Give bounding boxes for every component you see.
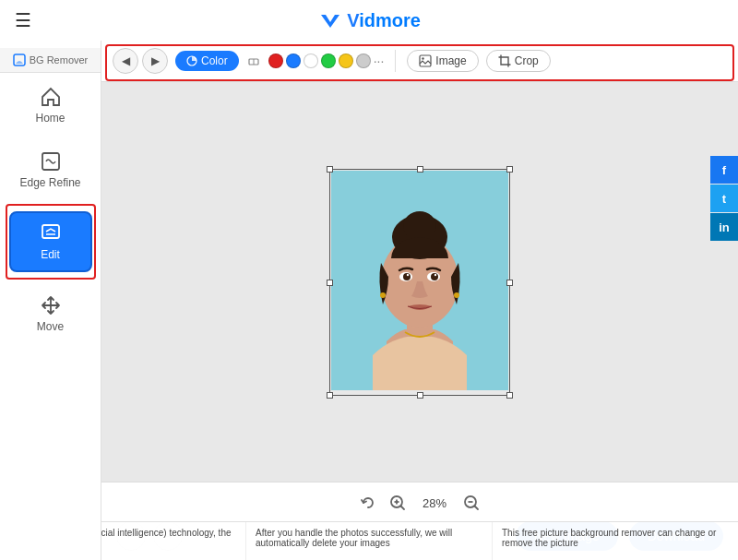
sidebar-item-edge-label: Edge Refine (19, 176, 80, 189)
swatch-more-icon[interactable]: ··· (374, 54, 385, 68)
handle-bot-right[interactable] (506, 392, 513, 399)
move-icon (40, 294, 62, 316)
edge-refine-icon (40, 150, 62, 173)
bottom-text-col-2: After you handle the photos successfully… (246, 522, 493, 560)
svg-point-17 (403, 273, 411, 280)
swatch-yellow[interactable] (339, 54, 353, 68)
handle-bot-left[interactable] (327, 392, 333, 399)
svg-point-22 (454, 292, 459, 298)
person-image (331, 171, 508, 390)
swatch-red[interactable] (268, 54, 283, 68)
sidebar-item-edit[interactable]: Edit (9, 211, 92, 272)
canvas-area: f t in (101, 82, 738, 482)
crop-button[interactable]: Crop (486, 50, 551, 72)
image-button[interactable]: Image (407, 50, 478, 72)
header: ☰ Vidmore (0, 0, 738, 41)
toolbar-back-btn[interactable]: ◀ (113, 48, 138, 74)
bg-remover-icon (13, 54, 26, 66)
bottom-text-col-3: This free picture background remover can… (493, 522, 738, 560)
logo-icon (317, 7, 343, 33)
toolbar-forward-btn[interactable]: ▶ (142, 48, 168, 74)
svg-rect-3 (42, 225, 59, 238)
svg-point-14 (403, 211, 436, 241)
main-area: BG Remover Home Edge Refine (0, 41, 738, 560)
menu-icon[interactable]: ☰ (15, 9, 31, 31)
crop-icon (498, 54, 511, 67)
image-container[interactable] (331, 171, 508, 394)
color-icon (186, 55, 197, 66)
image-button-label: Image (435, 54, 466, 67)
eraser-svg (247, 54, 260, 67)
sidebar-header: BG Remover (0, 48, 101, 73)
color-button[interactable]: Color (175, 51, 239, 71)
sidebar-item-home[interactable]: Home (9, 77, 92, 134)
svg-point-21 (380, 292, 386, 298)
rotate-icon (360, 494, 376, 511)
home-icon (40, 86, 62, 108)
logo: Vidmore (317, 7, 421, 33)
svg-line-29 (475, 506, 479, 510)
twitter-icon: t (722, 192, 726, 206)
bottom-text-area: Equipped with AI (artificial intelligenc… (0, 521, 738, 560)
handle-bot-mid[interactable] (417, 392, 423, 399)
zoom-value: 28% (416, 496, 453, 510)
svg-marker-0 (321, 15, 339, 28)
edit-icon (40, 222, 62, 244)
sidebar-item-edit-label: Edit (41, 248, 60, 261)
sidebar-edit-outline: Edit (6, 204, 96, 280)
linkedin-icon: in (719, 220, 730, 234)
twitter-share-btn[interactable]: t (710, 185, 738, 212)
sidebar-item-move[interactable]: Move (9, 285, 92, 342)
svg-point-18 (431, 273, 438, 280)
rotate-btn[interactable] (357, 492, 379, 514)
toolbar: ◀ ▶ Color (101, 41, 738, 82)
social-bar: f t in (710, 156, 738, 241)
svg-line-26 (401, 506, 405, 510)
zoom-in-icon (389, 494, 406, 511)
swatch-gray[interactable] (356, 54, 371, 68)
color-button-label: Color (201, 54, 228, 67)
swatch-blue[interactable] (286, 54, 301, 68)
eraser-icon[interactable] (246, 54, 261, 68)
zoom-controls: 28% (116, 492, 723, 514)
svg-point-9 (423, 57, 424, 59)
zoom-out-icon (463, 494, 480, 511)
sidebar-item-edge-refine[interactable]: Edge Refine (9, 141, 92, 198)
svg-rect-8 (420, 55, 431, 66)
image-icon (419, 54, 432, 67)
sidebar: BG Remover Home Edge Refine (0, 41, 101, 560)
svg-point-19 (407, 273, 409, 275)
sidebar-header-label: BG Remover (30, 54, 89, 66)
svg-rect-1 (14, 54, 25, 66)
content-area: ◀ ▶ Color (101, 41, 738, 560)
logo-text: Vidmore (347, 10, 421, 31)
svg-point-20 (434, 273, 436, 275)
facebook-icon: f (722, 163, 726, 177)
crop-button-label: Crop (515, 54, 539, 67)
toolbar-divider (395, 50, 396, 72)
sidebar-item-home-label: Home (35, 112, 65, 125)
color-swatches: ··· (268, 54, 385, 68)
zoom-in-btn[interactable] (387, 492, 409, 514)
swatch-white[interactable] (304, 54, 318, 68)
toolbar-nav: ◀ ▶ (113, 48, 168, 74)
linkedin-share-btn[interactable]: in (710, 213, 738, 241)
swatch-green[interactable] (321, 54, 336, 68)
zoom-out-btn[interactable] (460, 492, 482, 514)
sidebar-item-move-label: Move (37, 320, 64, 333)
facebook-share-btn[interactable]: f (710, 156, 738, 184)
